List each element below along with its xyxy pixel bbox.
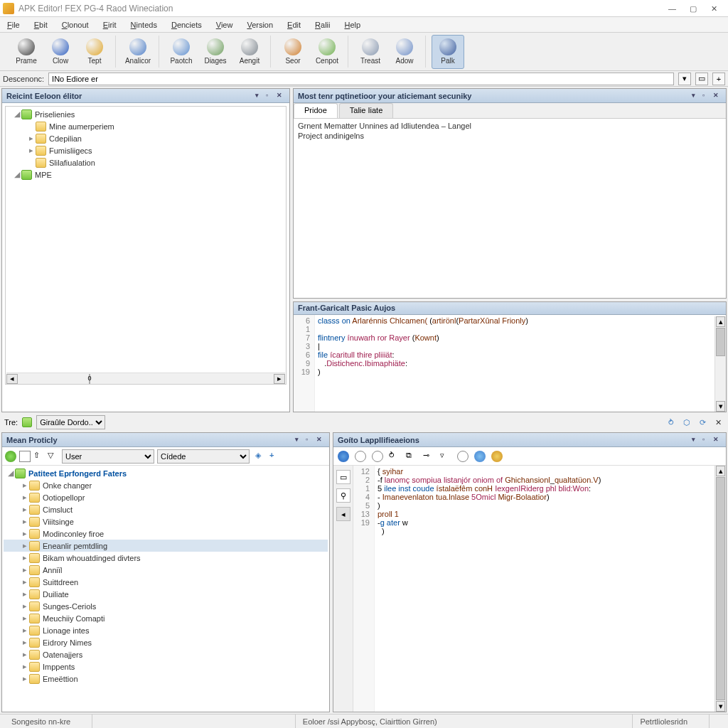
horizontal-scrollbar[interactable]: ◂ 0 ▸ <box>6 373 285 384</box>
scroll-left-arrow[interactable]: ◂ <box>6 374 18 384</box>
panel-maximize-icon[interactable]: ▫ <box>266 92 274 100</box>
panel-close-icon[interactable]: ✕ <box>277 92 285 100</box>
tree-root[interactable]: ◢Patiteet Eprfongerd Faters <box>4 467 328 479</box>
tree-toggle-icon[interactable]: ◢ <box>13 170 21 179</box>
panel-maximize-icon[interactable]: ▫ <box>702 436 711 444</box>
tree-node[interactable]: ▸Onke changer <box>4 479 328 491</box>
tree-toggle-icon[interactable]: ▸ <box>27 134 36 143</box>
tree-node[interactable]: ▸Bikam whouatdinged divters <box>4 552 328 564</box>
add-button[interactable]: + <box>712 73 725 85</box>
tab-talie iiate[interactable]: Talie Iiate <box>339 103 393 118</box>
toolbar-aengit[interactable]: Aengit <box>233 35 266 69</box>
scroll-down-arrow[interactable]: ▾ <box>716 701 725 712</box>
close-icon[interactable]: ✕ <box>712 417 724 428</box>
toolbar-analicor[interactable]: Analicor <box>122 35 154 69</box>
toolbar-prame[interactable]: Prame <box>10 35 43 69</box>
panel-maximize-icon[interactable]: ▫ <box>306 436 314 444</box>
panel-minimize-icon[interactable]: ▾ <box>295 436 304 444</box>
menu-file[interactable]: File <box>4 19 23 31</box>
arrow-left-icon[interactable]: ◂ <box>336 507 350 521</box>
refresh-icon[interactable] <box>5 451 16 462</box>
vertical-scrollbar[interactable]: ▴ ▾ <box>714 316 726 412</box>
dropdown-button[interactable]: ▾ <box>678 73 691 85</box>
tree-node[interactable]: ▸Cdepilian <box>7 132 284 144</box>
menu-version[interactable]: Version <box>244 19 276 31</box>
tree-node[interactable]: ◢Priselienies <box>7 108 284 120</box>
doc-icon[interactable]: ▭ <box>336 470 350 484</box>
close-button[interactable]: ✕ <box>711 4 719 13</box>
scroll-right-arrow[interactable]: ▸ <box>274 374 285 384</box>
tree-node[interactable]: ▸Oatenajjers <box>4 648 328 660</box>
tree-toggle-icon[interactable]: ▸ <box>27 146 36 155</box>
panel-close-icon[interactable]: ✕ <box>713 436 722 444</box>
tree-node[interactable]: ◢MPE <box>7 168 284 181</box>
up-arrow-icon[interactable]: ⇧ <box>33 451 45 462</box>
menu-edit[interactable]: Edit <box>284 19 304 31</box>
globe-icon[interactable] <box>338 451 349 462</box>
toolbar-palk[interactable]: Palk <box>432 35 464 69</box>
toolbar-diages[interactable]: Diages <box>199 35 232 69</box>
copy-icon[interactable] <box>355 451 366 462</box>
scroll-thumb[interactable]: 0 <box>89 374 90 384</box>
paste-icon[interactable] <box>372 451 383 462</box>
menu-ralii[interactable]: Ralii <box>312 19 333 31</box>
tree-node[interactable]: ▸Eneanlir pemtdling <box>4 540 328 552</box>
toolbar-seor[interactable]: Seor <box>277 35 309 69</box>
tree-node[interactable]: Slilafiualation <box>7 156 284 168</box>
toolbar-treast[interactable]: Treast <box>354 35 387 69</box>
panel-maximize-icon[interactable]: ▫ <box>702 92 711 100</box>
shield-icon[interactable]: ⬡ <box>681 417 692 428</box>
maximize-button[interactable]: ▢ <box>690 4 698 13</box>
tree-node[interactable]: ▸Viiitsinge <box>4 515 328 528</box>
panel-close-icon[interactable]: ✕ <box>713 92 722 100</box>
tree-node[interactable]: ▸Emeëttion <box>4 673 328 685</box>
scroll-thumb[interactable] <box>716 477 725 700</box>
user-select[interactable]: User <box>62 449 154 464</box>
tree-node[interactable]: ▸Meuchiiy Comapti <box>4 612 328 624</box>
refresh-icon[interactable]: ⟳ <box>697 417 708 428</box>
scroll-up-arrow[interactable]: ▴ <box>716 316 725 327</box>
menu-view[interactable]: View <box>213 19 236 31</box>
person-icon[interactable]: ⚲ <box>336 488 350 503</box>
goto-editor[interactable]: 1221451319 { syihar-f lanomç sompiua lis… <box>353 466 726 712</box>
link-icon[interactable]: ⥁ <box>389 451 400 462</box>
scroll-down-arrow[interactable]: ▾ <box>716 401 725 412</box>
description-input[interactable] <box>48 73 674 85</box>
panel-minimize-icon[interactable]: ▾ <box>692 92 700 100</box>
tree-node[interactable]: ▸Modinconley firoe <box>4 528 328 540</box>
tree-toggle-icon[interactable]: ◢ <box>13 109 21 119</box>
tag-icon[interactable]: ◈ <box>255 451 267 462</box>
gear-icon[interactable] <box>491 451 503 462</box>
chain-icon[interactable]: ⧉ <box>406 451 417 462</box>
new-icon[interactable] <box>19 451 31 462</box>
toolbar-clow[interactable]: Clow <box>44 35 77 69</box>
tree-node[interactable]: ▸Suittdreen <box>4 576 328 588</box>
tree-node[interactable]: Mine aumerperiem <box>7 120 284 132</box>
window-icon[interactable] <box>457 451 469 462</box>
tree-node[interactable]: ▸Fumisliigecs <box>7 144 284 156</box>
down-icon[interactable]: ▿ <box>440 451 451 462</box>
minimize-button[interactable]: — <box>668 4 677 13</box>
filter-icon[interactable]: ▽ <box>48 451 59 462</box>
resize-grip[interactable] <box>709 714 724 728</box>
menu-ebit[interactable]: Ebit <box>31 19 50 31</box>
add-icon[interactable]: + <box>269 451 281 462</box>
toolbar-cenpot[interactable]: Cenpot <box>311 35 343 69</box>
panel-minimize-icon[interactable]: ▾ <box>692 436 700 444</box>
tree-node[interactable]: ▸Sunges-Ceriols <box>4 600 328 612</box>
menu-ninteds[interactable]: Ninteds <box>128 19 160 31</box>
network-icon[interactable] <box>474 451 486 462</box>
panel-minimize-icon[interactable]: ▾ <box>255 92 264 100</box>
profile-tree[interactable]: ◢Patiteet Eprfongerd Faters▸Onke changer… <box>2 466 329 712</box>
tab-pridoe[interactable]: Pridoe <box>294 103 338 118</box>
menu-eirit[interactable]: Eirit <box>100 19 119 31</box>
scroll-up-arrow[interactable]: ▴ <box>716 466 725 476</box>
toolbar-adow[interactable]: Adow <box>388 35 421 69</box>
filter-select[interactable]: Cídede <box>157 449 250 464</box>
explorer-tree[interactable]: ◢PriselieniesMine aumerperiem▸Cdepilian▸… <box>5 106 287 385</box>
panel-toggle-button[interactable]: ▭ <box>695 73 708 85</box>
toolbar-tept[interactable]: Tept <box>78 35 111 69</box>
menu-help[interactable]: Help <box>341 19 363 31</box>
menu-denciets[interactable]: Denciets <box>168 19 205 31</box>
scroll-thumb[interactable] <box>716 328 725 356</box>
